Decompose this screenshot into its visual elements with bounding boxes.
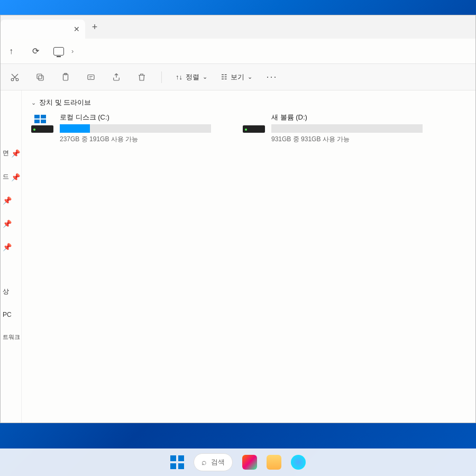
sort-icon: ↑↓ xyxy=(176,73,182,81)
paste-button[interactable] xyxy=(60,71,71,83)
sidebar-item-label: 드 xyxy=(3,172,9,181)
drive-status: 237GB 중 191GB 사용 가능 xyxy=(60,135,211,144)
section-devices-drives[interactable]: ⌄ 장치 및 드라이브 xyxy=(31,98,466,107)
svg-rect-6 xyxy=(88,75,94,79)
sidebar-item[interactable]: 📌 xyxy=(1,243,21,251)
sidebar-item[interactable]: 📌 xyxy=(1,196,21,205)
drive-usage-bar xyxy=(271,124,423,133)
chevron-down-icon: ⌄ xyxy=(31,99,36,106)
sidebar-item[interactable]: 면📌 xyxy=(1,149,21,158)
nav-up-button[interactable]: ↑ xyxy=(5,47,17,56)
pin-icon: 📌 xyxy=(11,149,20,158)
windows-logo-icon xyxy=(34,115,46,123)
rename-button[interactable] xyxy=(85,71,97,83)
breadcrumb-chevron-icon: › xyxy=(71,47,74,55)
drive-info: 로컬 디스크 (C:) 237GB 중 191GB 사용 가능 xyxy=(60,113,211,144)
chevron-down-icon: ⌄ xyxy=(203,74,207,80)
share-button[interactable] xyxy=(111,71,122,83)
view-icon: ☷ xyxy=(221,73,227,81)
sidebar-item-label: 면 xyxy=(3,149,9,158)
sidebar-item-label: 상 xyxy=(3,287,9,296)
close-tab-icon[interactable]: ✕ xyxy=(74,25,80,33)
search-icon: ⌕ xyxy=(202,457,207,467)
sidebar-item[interactable]: 드📌 xyxy=(1,172,21,181)
drive-c[interactable]: 로컬 디스크 (C:) 237GB 중 191GB 사용 가능 xyxy=(31,113,211,144)
svg-rect-3 xyxy=(37,74,42,79)
taskbar-app-icon[interactable] xyxy=(291,455,306,470)
drive-icon xyxy=(243,115,265,133)
delete-button[interactable] xyxy=(136,71,148,83)
view-label: 보기 xyxy=(231,72,244,82)
svg-rect-2 xyxy=(39,76,43,80)
section-title: 장치 및 드라이브 xyxy=(39,98,91,107)
sort-dropdown[interactable]: ↑↓ 정렬 ⌄ xyxy=(176,72,207,82)
pin-icon: 📌 xyxy=(3,219,12,228)
copy-button[interactable] xyxy=(34,71,46,83)
explorer-body: 면📌 드📌 📌 📌 📌 상 PC 트워크 ⌄ 장치 및 드라이브 xyxy=(1,90,475,423)
sidebar-item-label: 트워크 xyxy=(3,333,20,341)
cut-button[interactable] xyxy=(9,71,21,83)
this-pc-icon xyxy=(53,47,64,56)
toolbar-separator xyxy=(161,71,162,83)
view-dropdown[interactable]: ☷ 보기 ⌄ xyxy=(221,72,252,82)
nav-refresh-button[interactable]: ⟳ xyxy=(29,46,42,56)
new-tab-button[interactable]: + xyxy=(85,22,104,33)
drive-usage-fill xyxy=(60,124,90,133)
sidebar-item[interactable]: 상 xyxy=(1,287,21,296)
pin-icon: 📌 xyxy=(3,196,12,205)
drive-usage-bar xyxy=(60,124,211,133)
pin-icon: 📌 xyxy=(11,173,20,181)
drive-name: 새 볼륨 (D:) xyxy=(271,113,423,122)
drive-name: 로컬 디스크 (C:) xyxy=(60,113,211,122)
breadcrumb[interactable]: › xyxy=(53,47,74,56)
more-button[interactable]: ··· xyxy=(266,71,278,83)
sidebar-item-this-pc[interactable]: PC xyxy=(1,311,21,318)
drive-icon xyxy=(31,115,53,133)
command-toolbar: ↑↓ 정렬 ⌄ ☷ 보기 ⌄ ··· xyxy=(1,64,475,90)
taskbar-search[interactable]: ⌕ 검색 xyxy=(194,453,233,471)
tab-bar: ✕ + xyxy=(1,15,475,39)
taskbar-explorer-icon[interactable] xyxy=(267,455,281,470)
start-button[interactable] xyxy=(170,455,184,469)
drive-status: 931GB 중 931GB 사용 가능 xyxy=(271,135,423,144)
sidebar-item-label: PC xyxy=(3,311,12,318)
sort-label: 정렬 xyxy=(186,72,199,82)
pin-icon: 📌 xyxy=(3,243,12,251)
sidebar-item-network[interactable]: 트워크 xyxy=(1,333,21,341)
content-pane: ⌄ 장치 및 드라이브 로컬 디스크 (C:) 237GB 중 191GB 사용… xyxy=(22,90,475,423)
tab-current[interactable]: ✕ xyxy=(1,20,85,39)
address-bar: ↑ ⟳ › xyxy=(1,39,475,64)
taskbar-app-icon[interactable] xyxy=(242,455,257,470)
nav-sidebar: 면📌 드📌 📌 📌 📌 상 PC 트워크 xyxy=(1,90,22,423)
explorer-window: ✕ + ↑ ⟳ › ↑↓ 정렬 xyxy=(0,15,476,423)
drive-d[interactable]: 새 볼륨 (D:) 931GB 중 931GB 사용 가능 xyxy=(243,113,423,144)
taskbar: ⌕ 검색 xyxy=(0,448,476,476)
search-placeholder: 검색 xyxy=(211,457,225,467)
drives-grid: 로컬 디스크 (C:) 237GB 중 191GB 사용 가능 새 볼륨 (D:… xyxy=(31,113,466,144)
sidebar-item[interactable]: 📌 xyxy=(1,219,21,228)
chevron-down-icon: ⌄ xyxy=(248,74,252,80)
drive-info: 새 볼륨 (D:) 931GB 중 931GB 사용 가능 xyxy=(271,113,423,144)
